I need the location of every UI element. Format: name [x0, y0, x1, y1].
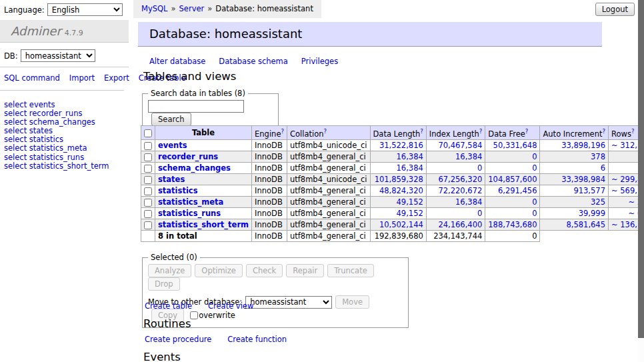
index-length-cell: 0 [426, 162, 485, 173]
breadcrumb-mysql-link[interactable]: MySQL [141, 4, 168, 13]
data-free-link[interactable]: 104,857,600 [488, 175, 537, 184]
table-link-events[interactable]: events [158, 141, 187, 150]
select-statistics-runs-link[interactable]: select statistics_runs [4, 153, 109, 162]
import-link[interactable]: Import [69, 73, 95, 83]
col-header-label: Rows [611, 129, 631, 139]
database-schema-link[interactable]: Database schema [219, 57, 287, 66]
index-length-link[interactable]: 16,384 [455, 197, 482, 207]
scrollbar-thumb[interactable] [638, 0, 644, 338]
auto-increment-link[interactable]: 33,398,984 [561, 175, 605, 184]
analyze-button[interactable]: Analyze [148, 264, 191, 277]
auto-increment-link[interactable]: 913,577 [573, 186, 605, 195]
table-link-recorder-runs[interactable]: recorder_runs [158, 152, 218, 161]
table-link-statistics-runs[interactable]: statistics_runs [158, 209, 221, 218]
help-icon[interactable]: ? [525, 128, 529, 135]
data-length-link[interactable]: 16,384 [397, 152, 423, 161]
truncate-button[interactable]: Truncate [327, 264, 374, 277]
row-checkbox-statistics-meta[interactable] [144, 199, 152, 207]
row-checkbox-statistics-runs[interactable] [144, 210, 152, 218]
help-icon[interactable]: ? [602, 128, 605, 135]
breadcrumb-server-link[interactable]: Server [179, 4, 205, 13]
auto-increment-link[interactable]: 33,898,196 [561, 141, 605, 150]
table-link-statistics-meta[interactable]: statistics_meta [158, 197, 223, 207]
index-length-link[interactable]: 24,166,400 [438, 220, 482, 229]
data-free-link[interactable]: 6,291,456 [498, 186, 537, 195]
search-button[interactable]: Search [151, 113, 191, 126]
auto-increment-link[interactable]: 325 [591, 197, 605, 207]
privileges-link[interactable]: Privileges [301, 57, 338, 66]
index-length-link[interactable]: 70,467,584 [438, 141, 482, 150]
row-checkbox-statistics[interactable] [144, 187, 152, 195]
auto-increment-link[interactable]: 8,581,645 [566, 220, 605, 229]
optimize-button[interactable]: Optimize [195, 264, 243, 277]
index-length-link[interactable]: 72,220,672 [438, 186, 482, 195]
table-row: recorder_runsInnoDButf8mb4_general_ci16,… [141, 151, 644, 162]
alter-database-link[interactable]: Alter database [149, 57, 205, 66]
move-button[interactable]: Move [335, 295, 369, 309]
data-length-link[interactable]: 49,152 [397, 209, 423, 218]
export-link[interactable]: Export [104, 73, 129, 83]
data-free-link[interactable]: 0 [532, 152, 537, 161]
collation-cell: utf8mb4_general_ci [287, 185, 370, 196]
drop-button[interactable]: Drop [148, 277, 180, 291]
data-free-cell: 0 [485, 207, 540, 219]
index-length-cell: 16,384 [426, 196, 485, 207]
row-checkbox-events[interactable] [144, 142, 152, 150]
create-table-link[interactable]: Create table [145, 301, 192, 311]
create-procedure-link[interactable]: Create procedure [145, 335, 211, 344]
search-input[interactable] [148, 100, 244, 113]
app-version[interactable]: 4.7.9 [65, 29, 83, 37]
row-checkbox-schema-changes[interactable] [144, 165, 152, 173]
data-length-link[interactable]: 101,859,328 [375, 175, 423, 184]
selected-legend: Selected (0) [148, 253, 200, 262]
data-free-link[interactable]: 0 [532, 163, 537, 173]
select-statistics-short-term-link[interactable]: select statistics_short_term [4, 162, 109, 171]
create-view-link[interactable]: Create view [208, 301, 253, 311]
overwrite-checkbox[interactable] [190, 311, 198, 319]
check-button[interactable]: Check [246, 264, 283, 277]
collation-cell: utf8mb4_unicode_ci [287, 139, 370, 151]
row-checkbox-states[interactable] [144, 176, 152, 184]
select-all-cell [141, 126, 155, 140]
create-function-link[interactable]: Create function [227, 335, 287, 344]
help-icon[interactable]: ? [324, 128, 327, 135]
index-length-cell: 72,220,672 [426, 185, 485, 196]
total-engine: InnoDB [252, 230, 287, 241]
help-icon[interactable]: ? [281, 128, 284, 135]
language-select[interactable]: English [47, 3, 123, 16]
select-statistics-meta-link[interactable]: select statistics_meta [4, 144, 109, 153]
row-checkbox-statistics-short-term[interactable] [144, 221, 152, 229]
app-name[interactable]: Adminer [11, 24, 61, 38]
data-free-link[interactable]: 188,743,680 [488, 220, 537, 229]
data-length-link[interactable]: 31,522,816 [379, 141, 423, 150]
data-length-link[interactable]: 48,824,320 [379, 186, 423, 195]
data-length-link[interactable]: 10,502,144 [379, 220, 423, 229]
data-free-link[interactable]: 0 [532, 197, 537, 207]
index-length-link[interactable]: 16,384 [455, 152, 482, 161]
table-link-statistics[interactable]: statistics [158, 186, 198, 195]
auto-increment-link[interactable]: 39,999 [579, 209, 605, 218]
select-all-checkbox[interactable] [144, 129, 152, 137]
data-length-link[interactable]: 49,152 [397, 197, 423, 207]
auto-increment-link[interactable]: 6 [601, 163, 605, 173]
data-length-link[interactable]: 16,384 [397, 163, 423, 173]
repair-button[interactable]: Repair [286, 264, 324, 277]
help-icon[interactable]: ? [420, 128, 423, 135]
logout-button[interactable]: Logout [595, 3, 635, 16]
auto-increment-cell: 378 [540, 151, 609, 162]
auto-increment-link[interactable]: 378 [591, 152, 605, 161]
data-free-link[interactable]: 50,331,648 [493, 141, 537, 150]
data-free-link[interactable]: 0 [532, 209, 537, 218]
table-link-statistics-short-term[interactable]: statistics_short_term [158, 220, 249, 229]
index-length-link[interactable]: 67,256,320 [438, 175, 482, 184]
data-length-cell: 31,522,816 [370, 139, 426, 151]
db-select[interactable]: homeassistant [21, 49, 95, 62]
help-icon[interactable]: ? [631, 128, 635, 135]
index-length-link[interactable]: 0 [477, 209, 482, 218]
row-checkbox-recorder-runs[interactable] [144, 153, 152, 161]
sql-command-link[interactable]: SQL command [4, 73, 60, 83]
help-icon[interactable]: ? [479, 128, 483, 135]
table-link-states[interactable]: states [158, 175, 185, 184]
index-length-link[interactable]: 0 [477, 163, 482, 173]
table-link-schema-changes[interactable]: schema_changes [158, 163, 231, 173]
